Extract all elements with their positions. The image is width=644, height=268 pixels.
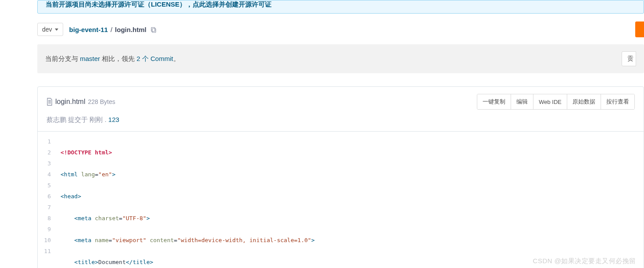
line-no: 6: [38, 191, 53, 202]
code-l1: <!DOCTYPE html>: [61, 149, 112, 156]
line-no: 1: [38, 136, 53, 147]
compare-base-link[interactable]: master: [80, 55, 100, 62]
notice-text: 当前开源项目尚未选择开源许可证（LICENSE），点此选择并创建开源许可证: [46, 0, 636, 9]
copy-button[interactable]: 一键复制: [477, 94, 511, 109]
commit-time: 刚刚: [89, 116, 103, 123]
file-size: 228 Bytes: [88, 98, 115, 105]
line-no: 8: [38, 213, 53, 224]
file-actions: 一键复制 编辑 Web IDE 原始数据 按行查看: [477, 94, 635, 110]
commit-msg-link[interactable]: 123: [108, 116, 119, 123]
branch-label: dev: [42, 26, 52, 33]
svg-rect-0: [152, 29, 156, 32]
commit-dot: .: [103, 116, 108, 123]
code-block: 1 2 3 4 5 6 7 8 9 10 11 <!DOCTYPE html> …: [38, 131, 644, 268]
breadcrumb-file: login.html: [115, 26, 147, 33]
commit-verb: 提交于: [66, 116, 89, 123]
line-no: 4: [38, 169, 53, 180]
breadcrumb-sep: /: [111, 26, 112, 33]
compare-mid: 相比，领先: [100, 55, 136, 62]
svg-rect-1: [151, 27, 155, 31]
line-no: 5: [38, 180, 53, 191]
commit-author: 蔡志鹏: [47, 116, 66, 123]
webide-button[interactable]: Web IDE: [533, 94, 567, 109]
file-header: login.html 228 Bytes 一键复制 编辑 Web IDE 原始数…: [38, 87, 644, 110]
breadcrumb-row: dev big-event-11 / login.html: [37, 21, 644, 37]
orange-button[interactable]: [635, 21, 644, 37]
line-no: 11: [38, 246, 53, 257]
breadcrumb: big-event-11 / login.html: [69, 26, 157, 33]
compare-suffix: 。: [173, 55, 180, 62]
file-name: login.html: [55, 98, 85, 106]
edit-button[interactable]: 编辑: [511, 94, 533, 109]
line-no: 10: [38, 235, 53, 246]
copy-path-icon[interactable]: [149, 26, 157, 33]
compare-right-button[interactable]: 贡: [622, 51, 636, 66]
compare-prefix: 当前分支与: [45, 55, 80, 62]
line-no: 7: [38, 202, 53, 213]
compare-commits-link[interactable]: 2 个 Commit: [136, 55, 173, 62]
line-numbers: 1 2 3 4 5 6 7 8 9 10 11: [38, 132, 58, 268]
code-content: <!DOCTYPE html> <html lang="en"> <head> …: [58, 132, 315, 268]
branch-selector[interactable]: dev: [37, 23, 63, 36]
license-notice[interactable]: 当前开源项目尚未选择开源许可证（LICENSE），点此选择并创建开源许可证: [37, 0, 644, 14]
line-no: 2: [38, 147, 53, 158]
file-icon: [47, 98, 53, 106]
raw-button[interactable]: 原始数据: [567, 94, 601, 109]
line-no: 3: [38, 158, 53, 169]
commit-info: 蔡志鹏 提交于 刚刚 . 123: [38, 110, 644, 131]
compare-bar: 当前分支与 master 相比，领先 2 个 Commit。 贡: [37, 44, 644, 73]
file-panel: login.html 228 Bytes 一键复制 编辑 Web IDE 原始数…: [37, 86, 644, 268]
blame-button[interactable]: 按行查看: [601, 94, 634, 109]
caret-down-icon: [55, 29, 58, 31]
line-no: 9: [38, 224, 53, 235]
breadcrumb-repo[interactable]: big-event-11: [69, 26, 108, 33]
